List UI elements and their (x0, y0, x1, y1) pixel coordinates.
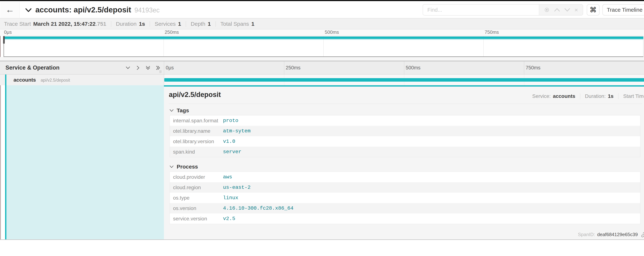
process-key: service.version (170, 216, 223, 222)
timeline-header-row: Service & Operation 0μs 250ms 500ms 750m… (0, 61, 644, 75)
process-table: cloud.provider aws cloud.region us-east-… (170, 172, 640, 224)
duration-value: 1s (139, 21, 145, 27)
service-value: accounts (553, 93, 575, 99)
trace-view-selector-button[interactable]: Trace Timeline (602, 4, 644, 16)
summary-divider (111, 21, 111, 27)
span-duration-bar[interactable] (164, 78, 644, 82)
process-value: us-east-2 (223, 185, 250, 190)
page-title: accounts: api/v2.5/deposit94193ec (35, 6, 160, 14)
trace-summary-bar: Trace Start March 21 2022, 15:47:22.751 … (0, 18, 644, 29)
chevron-down-icon (170, 109, 174, 112)
process-key: os.type (170, 195, 223, 201)
keyboard-shortcuts-button[interactable]: ⌘ (587, 4, 600, 16)
tag-row: internal.span.format proto (170, 115, 640, 126)
collapse-one-icon[interactable] (126, 65, 130, 70)
prev-result-icon[interactable] (554, 8, 560, 12)
tags-section-toggle[interactable]: Tags (170, 107, 189, 114)
summary-divider (216, 21, 216, 27)
tags-table: internal.span.format proto otel.library.… (170, 115, 640, 157)
trace-id-badge: 94193ec (134, 7, 160, 14)
process-row: os.version 4.16.10-300.fc28.x86_64 (170, 203, 640, 213)
link-icon[interactable] (641, 232, 644, 237)
timeline-tick: 500ms (406, 65, 420, 71)
tag-row: span.kind server (170, 147, 640, 157)
start-time-label: Start Time: (623, 93, 644, 99)
process-row: cloud.provider aws (170, 172, 640, 182)
minimap-scrubber[interactable] (4, 36, 4, 56)
minimap-tick: 0μs (4, 29, 12, 35)
clear-search-icon[interactable]: × (574, 7, 578, 13)
title-divider (169, 104, 642, 104)
expand-one-icon[interactable] (136, 65, 140, 70)
trace-start-millis: .751 (96, 21, 106, 27)
locate-icon[interactable] (544, 7, 550, 13)
minimap-span-bar (4, 37, 643, 39)
tag-value: atm-sytem (223, 128, 250, 134)
minimap-tick: 250ms (165, 29, 179, 35)
minimap-tick: 750ms (485, 29, 499, 35)
tag-row: otel.library.name atm-sytem (170, 126, 640, 136)
span-service-name: accounts (14, 77, 36, 83)
duration-label: Duration (116, 21, 136, 27)
column-resize-grip[interactable] (160, 70, 161, 73)
timeline-gridline (284, 61, 284, 74)
tag-key: span.kind (170, 149, 223, 155)
next-result-icon[interactable] (564, 8, 570, 12)
total-spans-label: Total Spans (220, 21, 249, 27)
meta-divider (618, 93, 618, 99)
timeline-tick: 750ms (526, 65, 540, 71)
span-id-value: deaf684129e65c39 (597, 232, 638, 237)
span-detail-meta: Service: accounts Duration: 1s Start Tim… (532, 93, 644, 99)
total-spans-value: 1 (252, 21, 254, 27)
command-icon: ⌘ (590, 6, 596, 14)
trace-name: accounts: api/v2.5/deposit (35, 6, 131, 14)
service-label: Service: (532, 93, 551, 99)
process-value: aws (223, 174, 232, 180)
chevron-down-icon (170, 165, 174, 168)
jaeger-trace-timeline-page: ← accounts: api/v2.5/deposit94193ec × ⌘ … (0, 0, 644, 256)
meta-divider (580, 93, 580, 99)
tags-section-title: Tags (177, 107, 189, 114)
indent-guide (2, 85, 2, 239)
process-row: cloud.region us-east-2 (170, 182, 640, 193)
span-detail-title: api/v2.5/deposit (169, 91, 221, 99)
span-operation-name: api/v2.5/deposit (41, 78, 70, 83)
duration-label: Duration: (585, 93, 606, 99)
back-button[interactable]: ← (0, 1, 20, 18)
process-key: cloud.provider (170, 174, 223, 180)
span-color-bar (5, 75, 6, 85)
span-name-cell[interactable]: accountsapi/v2.5/deposit (0, 75, 164, 85)
depth-label: Depth (191, 21, 205, 27)
tag-key: internal.span.format (170, 118, 223, 124)
tag-value: v1.0 (223, 139, 235, 144)
view-selector-label: Trace Timeline (607, 7, 642, 13)
trace-start-label: Trace Start (4, 21, 31, 27)
process-key: os.version (170, 205, 223, 211)
minimap-scrubber-handle[interactable] (3, 36, 5, 44)
timeline-gridline (404, 61, 404, 74)
trace-page-header: ← accounts: api/v2.5/deposit94193ec × ⌘ … (0, 1, 644, 18)
timeline-left-header: Service & Operation (0, 61, 164, 74)
timeline-ticks-header: 0μs 250ms 500ms 750ms (164, 61, 644, 74)
minimap-tick-labels: 0μs 250ms 500ms 750ms (0, 29, 644, 36)
process-value: linux (223, 195, 238, 201)
depth-value: 1 (208, 21, 211, 27)
span-selection-backdrop[interactable] (6, 85, 164, 239)
span-row[interactable]: accountsapi/v2.5/deposit (0, 75, 644, 85)
collapse-all-icon[interactable] (146, 65, 150, 70)
back-arrow-icon: ← (6, 5, 14, 15)
timeline-collapse-controls (126, 61, 160, 74)
tag-value: proto (223, 118, 238, 123)
find-input[interactable] (423, 4, 539, 16)
minimap-tick: 500ms (325, 29, 339, 35)
process-row: os.type linux (170, 193, 640, 203)
minimap-canvas[interactable] (4, 36, 644, 57)
span-color-bar (5, 85, 6, 239)
service-operation-header: Service & Operation (6, 65, 60, 71)
timeline-tick: 0μs (166, 65, 174, 71)
trace-collapse-chevron-icon[interactable] (25, 8, 32, 13)
span-detail-panel: api/v2.5/deposit Service: accounts Durat… (164, 85, 644, 239)
expand-all-icon[interactable] (156, 65, 160, 70)
process-section-toggle[interactable]: Process (170, 164, 198, 170)
span-timeline-cell[interactable] (164, 75, 644, 85)
